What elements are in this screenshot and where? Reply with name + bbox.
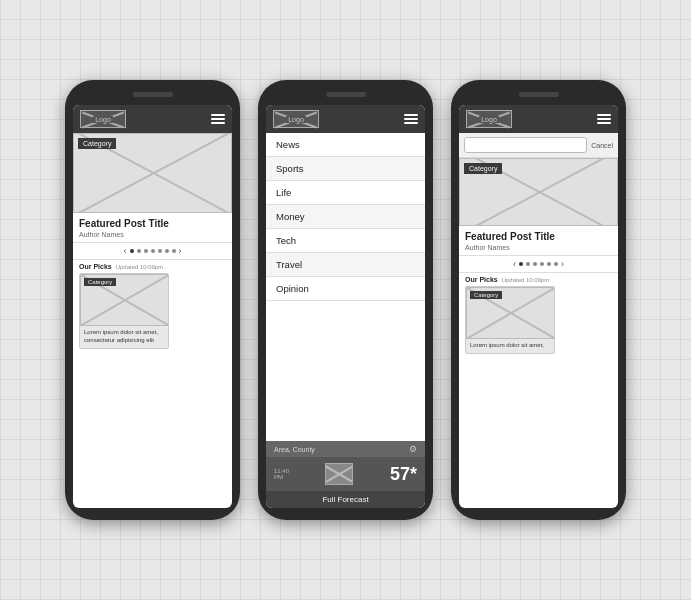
post-info-3: Featured Post Title Author Names — [459, 226, 618, 255]
logo: Logo — [80, 110, 126, 128]
hero-category-badge-3: Category — [464, 163, 502, 174]
menu-item-tech[interactable]: Tech — [266, 229, 425, 253]
dot-4 — [151, 249, 155, 253]
hero-image-3: Category — [459, 158, 618, 226]
logo-text-2: Logo — [286, 116, 306, 123]
dot3-4 — [540, 262, 544, 266]
hero-category-badge: Category — [78, 138, 116, 149]
logo-2: Logo — [273, 110, 319, 128]
full-forecast-button[interactable]: Full Forecast — [266, 491, 425, 508]
cancel-button[interactable]: Cancel — [591, 142, 613, 149]
phone-3-screen: Logo Cancel Category Featured Post Title… — [459, 105, 618, 508]
dot3-6 — [554, 262, 558, 266]
search-input[interactable] — [464, 137, 587, 153]
phone-speaker — [133, 92, 173, 97]
picks-updated-3: Updated 10:09pm — [502, 277, 550, 283]
phone-2-screen: Logo News Sports Life Money Tech Travel … — [266, 105, 425, 508]
dot-5 — [158, 249, 162, 253]
dot3-2 — [526, 262, 530, 266]
menu-item-life[interactable]: Life — [266, 181, 425, 205]
hamburger-line-3 — [597, 122, 611, 124]
hamburger-icon-3[interactable] — [597, 114, 611, 124]
picks-label-text: Our Picks — [79, 263, 112, 270]
card-category: Category — [84, 278, 116, 286]
hamburger-line-3 — [211, 122, 225, 124]
phone-speaker-3 — [519, 92, 559, 97]
hamburger-line-2 — [597, 118, 611, 120]
nav-menu: News Sports Life Money Tech Travel Opini… — [266, 133, 425, 441]
weather-left: 11:40PM — [274, 468, 289, 480]
next-arrow[interactable]: › — [179, 246, 182, 256]
menu-item-news[interactable]: News — [266, 133, 425, 157]
hamburger-icon[interactable] — [211, 114, 225, 124]
carousel-dots: ‹ › — [73, 242, 232, 260]
logo-3: Logo — [466, 110, 512, 128]
phone-3: Logo Cancel Category Featured Post Title… — [451, 80, 626, 520]
hamburger-line-3 — [404, 122, 418, 124]
phone-1-screen: Logo Category Featured Post Title Author… — [73, 105, 232, 508]
next-arrow-3[interactable]: › — [561, 259, 564, 269]
menu-item-travel[interactable]: Travel — [266, 253, 425, 277]
post-info: Featured Post Title Author Names — [73, 213, 232, 242]
hamburger-line-1 — [404, 114, 418, 116]
hamburger-icon-2[interactable] — [404, 114, 418, 124]
our-picks-section: Our Picks Updated 10:09pm Category Lorem… — [73, 260, 232, 352]
card-text: Lorem ipsum dolor sit amet, consectetur … — [80, 326, 168, 348]
hamburger-line-2 — [404, 118, 418, 120]
author-name: Author Names — [79, 231, 226, 238]
dot3-1 — [519, 262, 523, 266]
dot-7 — [172, 249, 176, 253]
hamburger-line-1 — [211, 114, 225, 116]
phone-1-header: Logo — [73, 105, 232, 133]
dot-6 — [165, 249, 169, 253]
picks-card-3: Category Lorem ipsum dolor sit amet, — [465, 286, 555, 354]
weather-temp: 57* — [390, 464, 417, 485]
dot-1 — [130, 249, 134, 253]
hamburger-line-2 — [211, 118, 225, 120]
card-image-3: Category — [466, 287, 555, 339]
phone-3-header: Logo — [459, 105, 618, 133]
hamburger-line-1 — [597, 114, 611, 116]
card-image: Category — [80, 274, 169, 326]
author-name-3: Author Names — [465, 244, 612, 251]
phone-2: Logo News Sports Life Money Tech Travel … — [258, 80, 433, 520]
menu-item-opinion[interactable]: Opinion — [266, 277, 425, 301]
phone-2-header: Logo — [266, 105, 425, 133]
menu-item-money[interactable]: Money — [266, 205, 425, 229]
dot-3 — [144, 249, 148, 253]
phone-1: Logo Category Featured Post Title Author… — [65, 80, 240, 520]
picks-label-text-3: Our Picks — [465, 276, 498, 283]
menu-item-sports[interactable]: Sports — [266, 157, 425, 181]
weather-block: 11:40PM 57* — [266, 457, 425, 491]
carousel-dots-3: ‹ › — [459, 255, 618, 273]
our-picks-label: Our Picks Updated 10:09pm — [79, 263, 226, 270]
search-bar: Cancel — [459, 133, 618, 158]
card-category-3: Category — [470, 291, 502, 299]
phone-speaker-2 — [326, 92, 366, 97]
weather-time: 11:40PM — [274, 468, 289, 480]
weather-area-name: Area, County — [274, 446, 315, 453]
dot3-3 — [533, 262, 537, 266]
picks-label-3: Our Picks Updated 10:09pm — [465, 276, 612, 283]
settings-icon[interactable]: ⚙ — [409, 444, 417, 454]
phone-3-content: Category Featured Post Title Author Name… — [459, 158, 618, 508]
prev-arrow-3[interactable]: ‹ — [513, 259, 516, 269]
weather-icon — [325, 463, 353, 485]
dot3-5 — [547, 262, 551, 266]
logo-text: Logo — [93, 116, 113, 123]
picks-updated: Updated 10:09pm — [116, 264, 164, 270]
logo-text-3: Logo — [479, 116, 499, 123]
card-text-3: Lorem ipsum dolor sit amet, — [466, 339, 554, 353]
picks-card: Category Lorem ipsum dolor sit amet, con… — [79, 273, 169, 349]
hero-image: Category — [73, 133, 232, 213]
weather-area-row: Area, County ⚙ — [266, 441, 425, 457]
post-title: Featured Post Title — [79, 217, 226, 230]
prev-arrow[interactable]: ‹ — [124, 246, 127, 256]
post-title-3: Featured Post Title — [465, 230, 612, 243]
dot-2 — [137, 249, 141, 253]
our-picks-section-3: Our Picks Updated 10:09pm Category Lorem… — [459, 273, 618, 357]
